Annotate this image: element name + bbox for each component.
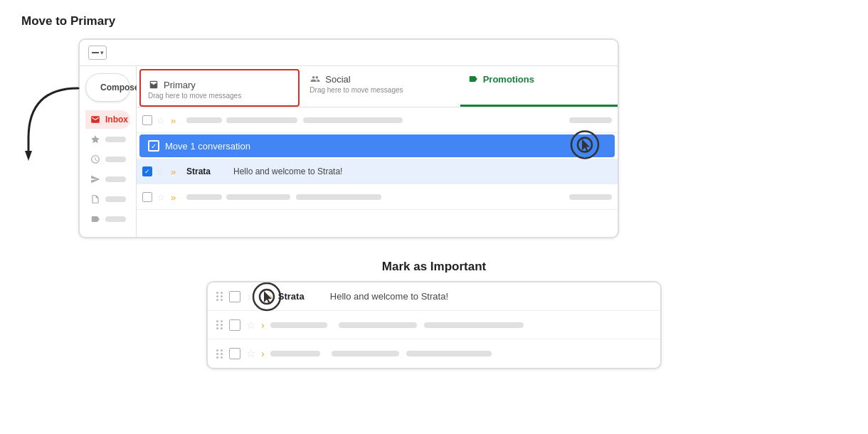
arrow-annotation — [21, 81, 92, 166]
send-icon — [90, 174, 101, 185]
mi-meta-placeholder-2 — [406, 351, 492, 356]
mi-arrow-3: › — [261, 348, 265, 359]
mi-row-placeholder-2[interactable]: ☆ › — [208, 339, 660, 368]
star-strata[interactable]: ☆ — [157, 166, 166, 176]
sidebar-item-labels[interactable] — [85, 210, 130, 228]
move-button-label: Move 1 conversation — [165, 141, 250, 152]
tag-icon — [467, 73, 479, 85]
star-2[interactable]: ☆ — [157, 192, 166, 202]
date-placeholder-2 — [569, 194, 612, 200]
email-subject-strata: Hello and welcome to Strata! — [233, 166, 612, 176]
bottom-section-title: Mark as Important — [382, 260, 486, 274]
email-row-placeholder-1[interactable]: ☆ » — [137, 107, 618, 133]
sidebar-placeholder — [105, 196, 126, 202]
gmail-topbar — [80, 40, 618, 66]
draft-icon — [90, 194, 101, 205]
subject-placeholder-2 — [226, 194, 290, 200]
check-icon — [148, 140, 159, 152]
star-1[interactable]: ☆ — [157, 115, 166, 125]
sidebar-placeholder — [105, 157, 126, 162]
meta-placeholder-1 — [303, 117, 403, 123]
sidebar-placeholder — [105, 216, 126, 222]
subject-placeholder-1 — [226, 117, 297, 123]
drag-handle-2 — [216, 320, 223, 329]
mi-checkbox-3[interactable] — [229, 348, 240, 359]
email-sender-strata: Strata — [186, 166, 229, 176]
drag-handle-3 — [216, 349, 223, 359]
mi-row-placeholder-1[interactable]: ☆ › — [208, 311, 660, 339]
checkbox-strata[interactable] — [142, 166, 152, 176]
email-rows: ☆ » Move 1 conversation — [137, 107, 618, 210]
tab-social-sub: Drag here to move messages — [309, 86, 403, 94]
cursor-ripple-top — [569, 129, 600, 163]
mi-checkbox-strata[interactable] — [229, 291, 240, 302]
email-row-strata[interactable]: ☆ » Strata Hello and welcome to Strata! — [137, 159, 618, 184]
tab-social-label: Social — [325, 74, 350, 85]
sidebar-placeholder — [105, 176, 126, 182]
mi-row-strata[interactable]: ☆ » Strata Hello and welcome to Strata! — [208, 282, 660, 311]
top-section-title: Move to Primary — [21, 14, 847, 28]
tab-primary-sub: Drag here to move messages — [148, 92, 241, 100]
mi-star-3[interactable]: ☆ — [246, 347, 255, 360]
mi-star-2[interactable]: ☆ — [246, 319, 255, 332]
sidebar-placeholder — [105, 137, 126, 142]
tab-promotions[interactable]: Promotions — [460, 66, 618, 107]
tab-primary[interactable]: Primary Drag here to move messages — [139, 69, 300, 107]
sidebar-item-sent[interactable] — [85, 170, 130, 189]
mi-sender-strata: Strata — [278, 291, 324, 302]
checkbox-1[interactable] — [142, 115, 152, 125]
sender-placeholder-1 — [186, 117, 222, 123]
mi-subject-placeholder-2 — [332, 351, 399, 356]
people-icon — [309, 73, 321, 85]
inbox-tab-icon — [148, 79, 159, 90]
forward-icon-strata: » — [171, 166, 182, 176]
checkbox-2[interactable] — [142, 192, 152, 202]
cursor-ripple-bottom: » — [261, 291, 272, 302]
date-placeholder-1 — [569, 117, 612, 123]
gmail-main: Primary Drag here to move messages Socia… — [137, 66, 618, 237]
select-button[interactable] — [88, 46, 107, 60]
tab-primary-label: Primary — [164, 80, 196, 90]
forward-icon-2: » — [171, 192, 182, 202]
svg-marker-0 — [25, 151, 32, 161]
mi-checkbox-2[interactable] — [229, 319, 240, 331]
sidebar-item-drafts[interactable] — [85, 190, 130, 208]
mi-sender-placeholder-1 — [270, 322, 327, 328]
gmail-tabs: Primary Drag here to move messages Socia… — [137, 66, 618, 107]
inbox-label: Inbox — [105, 115, 128, 125]
mi-subject-placeholder-1 — [339, 322, 417, 328]
gmail-mockup-bottom: ☆ » Strata Hello and welcome to Strata! … — [206, 281, 662, 369]
label-icon — [90, 213, 101, 225]
email-row-placeholder-2[interactable]: ☆ » — [137, 184, 618, 210]
tab-promotions-label: Promotions — [483, 74, 534, 85]
meta-placeholder-2 — [296, 194, 381, 200]
compose-label: Compose — [100, 83, 139, 92]
tab-social[interactable]: Social Drag here to move messages — [302, 66, 460, 107]
mi-subject-strata: Hello and welcome to Strata! — [330, 291, 652, 302]
gmail-mockup-top: Compose Inbox — [78, 38, 619, 238]
move-conversation-button[interactable]: Move 1 conversation — [139, 134, 615, 157]
mi-meta-placeholder-1 — [424, 322, 524, 328]
forward-icon-1: » — [171, 115, 182, 125]
drag-handle — [216, 292, 223, 301]
mi-sender-placeholder-2 — [270, 351, 320, 356]
sender-placeholder-2 — [186, 194, 222, 200]
mi-arrow-2: › — [261, 319, 265, 331]
